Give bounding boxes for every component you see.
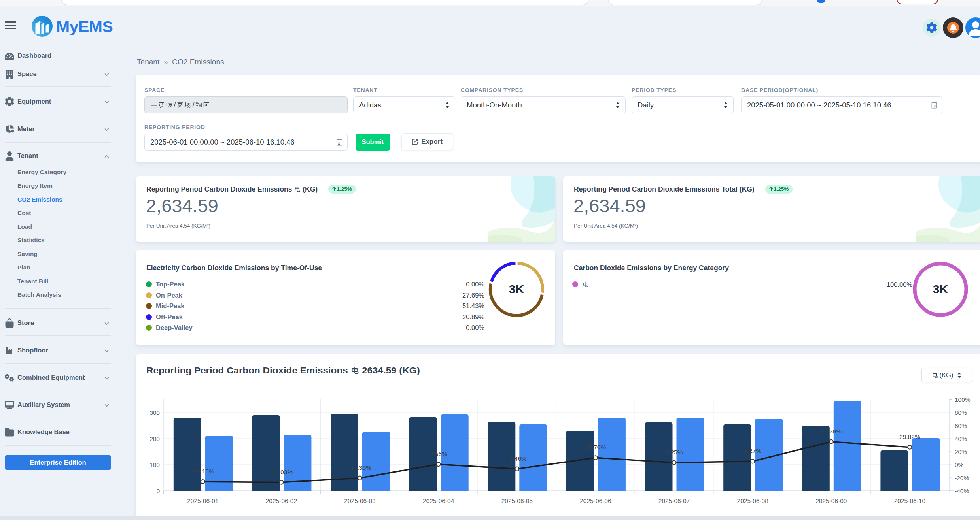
svg-text:2025-06-07: 2025-06-07 bbox=[658, 497, 690, 504]
svg-text:-3.46%: -3.46% bbox=[507, 455, 527, 462]
svg-text:-17.39%: -17.39% bbox=[348, 464, 371, 471]
svg-text:-24.03%: -24.03% bbox=[270, 469, 293, 475]
svg-text:3K: 3K bbox=[509, 283, 524, 296]
svg-text:0: 0 bbox=[156, 488, 160, 494]
svg-text:8.27%: 8.27% bbox=[744, 447, 761, 454]
svg-text:2025-06-01: 2025-06-01 bbox=[187, 497, 218, 504]
svg-text:2025-06-06: 2025-06-06 bbox=[580, 497, 611, 504]
svg-text:2025-06-02: 2025-06-02 bbox=[266, 497, 297, 504]
svg-text:2025-06-08: 2025-06-08 bbox=[737, 497, 768, 504]
svg-text:2025-06-10: 2025-06-10 bbox=[894, 497, 926, 504]
svg-text:0%: 0% bbox=[955, 462, 964, 468]
svg-text:80%: 80% bbox=[955, 409, 967, 416]
svg-text:-20%: -20% bbox=[955, 475, 969, 481]
svg-text:300: 300 bbox=[149, 409, 160, 416]
svg-text:100%: 100% bbox=[955, 396, 971, 403]
svg-text:100: 100 bbox=[149, 462, 160, 468]
svg-text:3.56%: 3.56% bbox=[430, 450, 447, 457]
svg-text:2025-06-05: 2025-06-05 bbox=[501, 497, 533, 504]
svg-text:2025-06-09: 2025-06-09 bbox=[815, 497, 847, 504]
svg-text:13.70%: 13.70% bbox=[585, 444, 606, 450]
svg-text:2025-06-04: 2025-06-04 bbox=[423, 497, 454, 504]
svg-text:20%: 20% bbox=[955, 448, 967, 455]
svg-text:60%: 60% bbox=[955, 422, 967, 429]
svg-text:40%: 40% bbox=[955, 435, 967, 442]
svg-text:2025-06-03: 2025-06-03 bbox=[344, 497, 375, 504]
svg-text:-23.15%: -23.15% bbox=[191, 468, 214, 475]
svg-text:6.25%: 6.25% bbox=[666, 449, 683, 456]
svg-text:3K: 3K bbox=[933, 283, 948, 296]
svg-text:38.38%: 38.38% bbox=[821, 428, 842, 435]
svg-text:-40%: -40% bbox=[955, 488, 969, 494]
svg-text:200: 200 bbox=[149, 435, 160, 442]
svg-text:29.82%: 29.82% bbox=[899, 433, 920, 440]
